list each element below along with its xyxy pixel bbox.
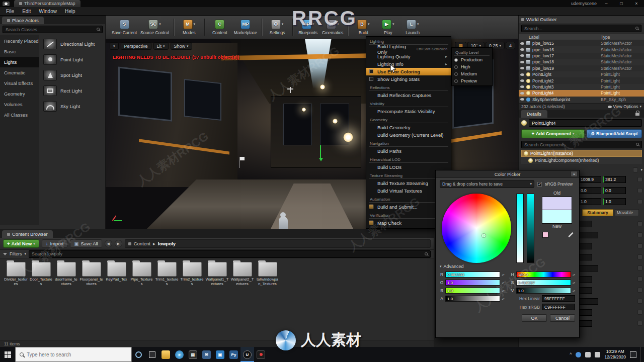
task-view-button[interactable]: [145, 347, 159, 362]
lock-icon[interactable]: [635, 113, 639, 116]
property-value-field[interactable]: [578, 276, 592, 283]
launch-button[interactable]: L▾ Launch: [402, 20, 423, 35]
eyedropper-icon[interactable]: [568, 232, 574, 238]
quality-production[interactable]: Production: [452, 56, 492, 63]
menu-window[interactable]: Window: [35, 8, 61, 15]
menu-item-build-reflection-captures[interactable]: Build Reflection Captures: [366, 92, 451, 99]
quality-medium[interactable]: Medium: [452, 70, 492, 77]
perspective-button[interactable]: Perspective: [121, 42, 151, 50]
reset-to-default-icon[interactable]: [637, 310, 642, 315]
menu-item-lighting-quality[interactable]: Lighting Quality▸: [366, 53, 451, 60]
property-value-field[interactable]: [578, 309, 592, 316]
point-light-sprite-selected[interactable]: [343, 132, 353, 142]
category-geometry[interactable]: Geometry: [0, 88, 39, 99]
view-options-button[interactable]: View Options▾: [608, 104, 641, 109]
folder-item[interactable]: Trim1_textures: [155, 262, 179, 286]
spinner-icon[interactable]: ▴▾: [573, 282, 575, 284]
rotation-y-field[interactable]: 0.0: [603, 187, 626, 194]
blueprints-button[interactable]: BP▾ Blueprints: [297, 20, 318, 35]
mobility-stationary-button[interactable]: Stationary: [582, 209, 613, 216]
network-icon[interactable]: [585, 352, 591, 357]
srgb-checkbox[interactable]: ✓: [537, 182, 542, 187]
cancel-button[interactable]: Cancel: [550, 314, 575, 322]
add-component-button[interactable]: +Add Component▾: [521, 129, 585, 138]
visibility-eye-icon[interactable]: [519, 61, 526, 63]
reset-to-default-icon[interactable]: [637, 321, 642, 326]
save-current-button[interactable]: S Save Current: [112, 20, 137, 35]
tray-icon[interactable]: [576, 352, 581, 357]
spinner-icon[interactable]: ▴▾: [502, 282, 504, 284]
place-actor-rect-light[interactable]: Rect Light: [39, 83, 105, 99]
property-value-field[interactable]: [578, 221, 592, 227]
place-actors-search-input[interactable]: [3, 26, 103, 33]
category-lights[interactable]: Lights: [0, 57, 39, 67]
reset-to-default-icon[interactable]: [637, 232, 642, 237]
menu-item-build-lighting-only[interactable]: Build Lighting OnlyCtrl+Shift+Semicolon: [366, 45, 451, 53]
value-bar[interactable]: [527, 194, 534, 263]
outliner-row[interactable]: pipe_low15StaticMeshActor: [519, 40, 644, 46]
add-new-button[interactable]: +Add New▾: [3, 239, 39, 248]
tab-details[interactable]: Details: [521, 110, 547, 118]
source-control-button[interactable]: SC▾ Source Control: [140, 20, 169, 35]
category-volumes[interactable]: Volumes: [0, 99, 39, 110]
place-actor-spot-light[interactable]: Spot Light: [39, 67, 105, 83]
taskbar-app-python[interactable]: Py: [227, 347, 240, 362]
taskbar-app-photos[interactable]: ▣: [213, 347, 227, 362]
visibility-eye-icon[interactable]: [519, 85, 526, 88]
mobility-movable-button[interactable]: Movable: [615, 209, 639, 216]
taskbar-clock[interactable]: 10:29 AM 12/29/2020: [604, 349, 626, 360]
maximize-button[interactable]: □: [616, 1, 627, 7]
blueprint-add-script-button[interactable]: ⚙Blueprint/Add Script: [587, 129, 642, 138]
start-button[interactable]: [0, 347, 15, 362]
lit-mode-button[interactable]: Lit▾: [153, 42, 169, 50]
reset-to-default-icon[interactable]: [637, 221, 642, 226]
tab-content-browser[interactable]: Content Browser: [2, 230, 53, 238]
actor-name-field[interactable]: PointLight4: [529, 119, 642, 127]
menu-item-precompute-static-visibility[interactable]: Precompute Static Visibility: [366, 108, 451, 115]
spinner-icon[interactable]: ▴▾: [573, 274, 575, 276]
outliner-row[interactable]: pipe_low16StaticMeshActor: [519, 46, 644, 52]
category-recently-placed[interactable]: Recently Placed: [0, 36, 39, 46]
blue-slider[interactable]: 1.0: [445, 288, 500, 294]
taskbar-app-browser[interactable]: e: [173, 347, 186, 362]
breadcrumb-content[interactable]: Content: [134, 241, 150, 246]
rotation-x-field[interactable]: 0.0: [578, 187, 601, 194]
outliner-row[interactable]: PointLight3PointLight: [519, 84, 644, 90]
viewport-options-button[interactable]: ▾: [110, 42, 119, 50]
visibility-eye-icon[interactable]: [519, 42, 526, 45]
spinner-icon[interactable]: ▴▾: [502, 298, 504, 300]
forward-button[interactable]: ▶: [115, 240, 122, 247]
folder-item[interactable]: Door_Textures: [29, 262, 53, 286]
folder-item[interactable]: Trim2_textures: [180, 262, 204, 286]
property-value-field[interactable]: [578, 287, 592, 294]
character-mannequin[interactable]: [279, 217, 288, 229]
hex-srgb-field[interactable]: C9FFFFFF: [542, 304, 575, 310]
outliner-row[interactable]: pipe_low19StaticMeshActor: [519, 65, 644, 71]
property-value-field[interactable]: [578, 254, 592, 260]
quality-high[interactable]: High: [452, 63, 492, 70]
folder-item[interactable]: Pipe_Textures: [130, 262, 153, 286]
details-view-icon[interactable]: [633, 167, 638, 172]
location-y-field[interactable]: 381.2: [603, 176, 626, 183]
location-x-field[interactable]: 1009.9: [578, 176, 601, 183]
folder-item[interactable]: Wallpanel2_Textures: [230, 262, 254, 286]
tray-expand-icon[interactable]: ^: [570, 352, 572, 357]
visibility-eye-icon[interactable]: [519, 92, 526, 95]
content-button[interactable]: C Content: [209, 20, 230, 35]
red-slider[interactable]: 0.583333: [445, 272, 500, 278]
menu-item-build-paths[interactable]: Build Paths: [366, 147, 451, 155]
back-button[interactable]: ◀: [105, 240, 112, 247]
content-browser-search-input[interactable]: [29, 250, 431, 258]
hue-slider[interactable]: 180.0: [516, 272, 571, 278]
minimize-button[interactable]: –: [601, 1, 612, 7]
category-visual-effects[interactable]: Visual Effects: [0, 78, 39, 88]
hex-linear-field[interactable]: 95FFFFFF: [542, 295, 575, 302]
place-actor-point-light[interactable]: Point Light: [39, 52, 105, 67]
folder-item[interactable]: tallwindowpan_Textures: [256, 262, 279, 286]
modes-button[interactable]: M▾ Modes: [179, 20, 200, 35]
outliner-row[interactable]: SkySphereBlueprintBP_Sky_Sph: [519, 97, 644, 103]
cinematics-button[interactable]: ▦▾ Cinematics: [322, 20, 343, 35]
scale-x-field[interactable]: 1.0: [578, 198, 601, 205]
play-button[interactable]: ▶▾ Play: [377, 20, 398, 35]
category-basic[interactable]: Basic: [0, 46, 39, 57]
